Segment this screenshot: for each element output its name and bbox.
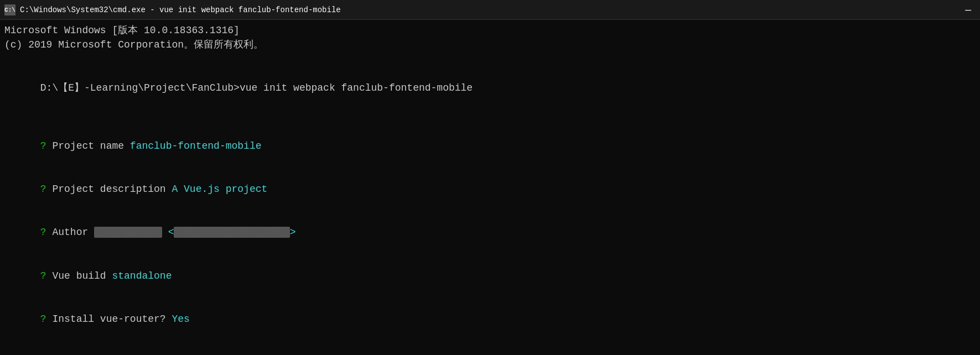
prompt-q1: ? xyxy=(40,140,53,152)
prompt-q5: ? xyxy=(40,314,53,325)
line-blank1 xyxy=(4,52,976,66)
line-vue-build: ? Vue build standalone xyxy=(4,254,976,297)
title-bar-controls: — xyxy=(961,5,976,15)
command-text: vue init webpack fanclub-fontend-mobile xyxy=(240,82,473,93)
title-bar: C:\ C:\Windows\System32\cmd.exe - vue in… xyxy=(0,0,980,20)
author-bracket-close: > xyxy=(290,227,296,238)
value-project-desc: A Vue.js project xyxy=(172,184,267,195)
terminal-window: C:\ C:\Windows\System32\cmd.exe - vue in… xyxy=(0,0,980,355)
value-project-name: fanclub-fontend-mobile xyxy=(130,140,262,152)
author-name-blurred: Author Name xyxy=(94,227,162,238)
line-eslint: ? Use ESLint to lint your code? No xyxy=(4,341,976,355)
value-vue-router: Yes xyxy=(172,314,189,325)
line-author: ? Author Author Name <author@example3.co… xyxy=(4,211,976,254)
prompt-q2: ? xyxy=(40,184,53,195)
terminal-body[interactable]: Microsoft Windows [版本 10.0.18363.1316] (… xyxy=(0,20,980,355)
prompt-q3: ? xyxy=(40,227,53,238)
label-author: Author xyxy=(52,227,94,238)
line-vue-router: ? Install vue-router? Yes xyxy=(4,297,976,341)
value-vue-build: standalone xyxy=(112,270,172,281)
title-bar-left: C:\ C:\Windows\System32\cmd.exe - vue in… xyxy=(4,4,341,15)
label-vue-build: Vue build xyxy=(52,270,112,281)
prompt: D:\【E】-Learning\Project\FanClub> xyxy=(40,82,240,93)
label-vue-router: Install vue-router? xyxy=(52,314,172,325)
line-copyright: (c) 2019 Microsoft Corporation。保留所有权利。 xyxy=(4,38,976,52)
minimize-button[interactable]: — xyxy=(961,5,976,15)
prompt-q4: ? xyxy=(40,270,53,281)
author-bracket-open: < xyxy=(162,227,174,238)
label-project-desc: Project description xyxy=(52,184,172,195)
line-command: D:\【E】-Learning\Project\FanClub>vue init… xyxy=(4,66,976,109)
cmd-icon: C:\ xyxy=(4,4,15,15)
window-title: C:\Windows\System32\cmd.exe - vue init w… xyxy=(20,6,341,14)
label-project-name: Project name xyxy=(52,140,129,152)
author-email-blurred: author@example3.com xyxy=(174,227,289,238)
line-win-version: Microsoft Windows [版本 10.0.18363.1316] xyxy=(4,23,976,38)
line-blank2 xyxy=(4,110,976,124)
line-project-desc: ? Project description A Vue.js project xyxy=(4,168,976,211)
line-project-name: ? Project name fanclub-fontend-mobile xyxy=(4,124,976,168)
